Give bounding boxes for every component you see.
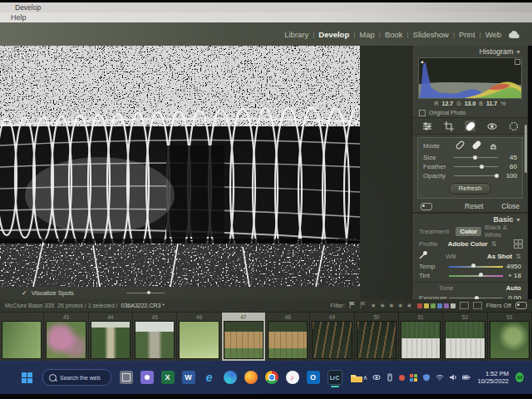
feather-slider[interactable] — [454, 166, 498, 167]
star-rating-filter[interactable]: ★ ★ ★ ★ ★ — [371, 302, 413, 309]
thumb-image[interactable] — [312, 321, 352, 359]
auto-button[interactable]: Auto — [506, 284, 521, 292]
module-library[interactable]: Library — [284, 30, 308, 39]
volume-icon[interactable] — [449, 373, 457, 382]
heal-mode-icon[interactable] — [472, 140, 481, 151]
thumb-image[interactable] — [91, 321, 131, 359]
exposure-slider[interactable] — [449, 298, 503, 298]
wb-eyedropper-icon[interactable] — [419, 251, 427, 261]
filmstrip-thumbnail[interactable]: 45 — [133, 313, 177, 361]
purple-label-chip[interactable] — [444, 303, 449, 308]
menu-help[interactable]: Help — [0, 12, 532, 22]
treatment-bw-button[interactable]: Black & White — [485, 224, 521, 239]
checkmark-icon[interactable]: ✓ — [22, 289, 27, 297]
filmstrip-thumbnail-selected[interactable]: 47 — [222, 313, 266, 361]
thumb-image[interactable] — [224, 321, 264, 359]
module-develop[interactable]: Develop — [318, 30, 349, 39]
thumb-image[interactable] — [401, 321, 441, 359]
module-print[interactable]: Print — [459, 30, 475, 39]
visualize-spots-label[interactable]: Visualize Spots — [32, 289, 74, 297]
module-map[interactable]: Map — [359, 30, 374, 39]
filmstrip-thumbnail[interactable]: 43 — [44, 313, 88, 361]
thumb-image[interactable] — [445, 321, 485, 359]
yellow-label-chip[interactable] — [424, 303, 429, 308]
profile-browser-icon[interactable] — [514, 239, 521, 249]
thumb-image[interactable] — [46, 321, 86, 359]
opacity-slider[interactable] — [454, 175, 498, 176]
itunes-app-icon[interactable]: ♪ — [286, 371, 299, 384]
thumb-image[interactable] — [490, 321, 530, 359]
filmstrip-thumbnail[interactable]: 53 — [488, 313, 532, 361]
size-slider[interactable] — [454, 157, 498, 158]
active-photo-bw-stave-pipe[interactable]: 036A3222.CR3 13 — [0, 46, 360, 287]
treatment-color-button[interactable]: Color — [456, 227, 481, 236]
profile-value[interactable]: Adobe Color — [448, 240, 488, 248]
flag-pick-icon[interactable] — [349, 302, 356, 309]
tray-eye-icon[interactable] — [372, 373, 381, 382]
tool-close-button[interactable]: Close — [501, 202, 520, 210]
refresh-button[interactable]: Refresh — [449, 183, 490, 195]
healing-tool-icon[interactable] — [465, 121, 475, 131]
crop-tool-icon[interactable] — [443, 121, 454, 131]
onedrive-status-icon[interactable] — [399, 375, 405, 381]
filmstrip-thumbnail[interactable]: 44 — [89, 313, 133, 361]
usb-icon[interactable] — [386, 373, 394, 382]
filter-kind-icon[interactable] — [473, 302, 482, 309]
taskbar-clock[interactable]: 1:52 PM 10/25/2022 — [477, 370, 509, 385]
original-photo-checkbox[interactable] — [419, 110, 426, 116]
panel-scrollbar[interactable] — [525, 125, 527, 173]
clone-mode-icon[interactable] — [489, 140, 498, 151]
thumb-image[interactable] — [2, 321, 42, 359]
temp-slider[interactable] — [449, 266, 503, 268]
highlight-clipping-icon[interactable] — [515, 59, 520, 65]
histogram-graph[interactable]: ▲ — [418, 57, 522, 99]
thumb-image[interactable] — [268, 321, 308, 359]
filmstrip-thumbnail[interactable]: 49 — [310, 313, 354, 361]
wb-updown-icon[interactable]: ⇅ — [515, 253, 521, 260]
module-slideshow[interactable]: Slideshow — [413, 30, 449, 39]
wifi-icon[interactable] — [436, 373, 444, 382]
security-shield-icon[interactable] — [422, 373, 431, 382]
visualize-spots-slider[interactable] — [126, 293, 165, 293]
shadow-clipping-icon[interactable]: ▲ — [420, 59, 425, 64]
edge-app-icon[interactable] — [224, 371, 237, 384]
filmstrip-thumbnail[interactable]: 50 — [355, 313, 399, 361]
filmstrip-thumbnail[interactable]: 52 — [443, 313, 487, 361]
start-button[interactable] — [22, 372, 32, 383]
thumb-image[interactable] — [357, 321, 397, 359]
tint-slider[interactable] — [449, 275, 503, 277]
tool-enable-switch[interactable] — [421, 203, 432, 210]
file-explorer-app-icon[interactable] — [350, 371, 363, 384]
outlook-app-icon[interactable]: O — [307, 371, 320, 384]
color-label-filter[interactable] — [417, 303, 456, 308]
content-aware-remove-icon[interactable] — [456, 140, 465, 151]
teams-app-icon[interactable] — [140, 371, 154, 384]
red-label-chip[interactable] — [417, 303, 422, 308]
battery-icon[interactable] — [462, 373, 470, 382]
masking-tool-icon[interactable] — [508, 121, 519, 131]
excel-app-icon[interactable]: X — [161, 371, 175, 384]
gray-label-chip[interactable] — [451, 303, 456, 308]
internet-explorer-app-icon[interactable]: e — [203, 371, 216, 384]
thumb-image[interactable] — [135, 321, 175, 359]
word-app-icon[interactable]: W — [182, 371, 195, 384]
wb-value[interactable]: As Shot — [487, 253, 512, 260]
profile-updown-icon[interactable]: ⇅ — [491, 240, 497, 248]
module-web[interactable]: Web — [485, 30, 501, 39]
filmstrip-thumbnail[interactable] — [0, 313, 44, 361]
green-label-chip[interactable] — [431, 303, 436, 308]
flag-reject-icon[interactable] — [360, 302, 367, 309]
filters-toggle-switch[interactable] — [515, 302, 527, 309]
masking-sliders-icon[interactable] — [421, 121, 432, 131]
filmstrip-thumbnail[interactable]: 46 — [177, 313, 221, 361]
histogram-header[interactable]: Histogram ▼ — [412, 46, 528, 57]
chrome-app-icon[interactable] — [265, 371, 278, 384]
lightroom-app-icon[interactable]: LrC — [328, 370, 342, 385]
ms-store-color-icon[interactable] — [410, 374, 417, 382]
filters-off-dropdown[interactable]: Filters Off — [486, 303, 511, 308]
filter-kind-icon[interactable] — [460, 302, 469, 309]
filmstrip-source[interactable]: McClure Basin 335 — [5, 303, 54, 308]
photos-app-icon[interactable] — [120, 371, 133, 384]
taskbar-search[interactable]: Search the web — [42, 369, 111, 386]
filmstrip-thumbnail[interactable]: 51 — [399, 313, 443, 361]
